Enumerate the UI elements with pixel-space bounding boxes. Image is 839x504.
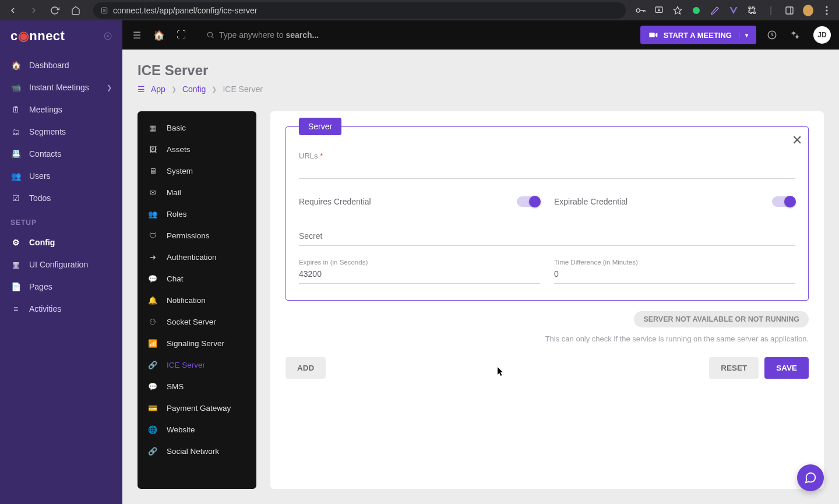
config-nav-label: Payment Gateway <box>167 404 231 413</box>
config-nav-signaling-server[interactable]: 📶Signaling Server <box>138 333 256 354</box>
browser-home[interactable] <box>68 2 84 19</box>
user-avatar[interactable]: JD <box>813 26 831 44</box>
browser-forward[interactable] <box>26 2 42 19</box>
browser-back[interactable] <box>5 2 21 19</box>
config-nav-chat[interactable]: 💬Chat <box>138 268 256 290</box>
sidebar-item-contacts[interactable]: 📇Contacts <box>0 143 122 165</box>
config-nav-authentication[interactable]: ➜Authentication <box>138 246 256 268</box>
config-nav-roles[interactable]: 👥Roles <box>138 203 256 225</box>
config-nav-payment-gateway[interactable]: 💳Payment Gateway <box>138 397 256 419</box>
svg-rect-13 <box>649 33 654 37</box>
config-nav-sms[interactable]: 💬SMS <box>138 376 256 397</box>
contacts-icon: 📇 <box>10 149 21 158</box>
expirable-credential-toggle[interactable] <box>772 196 795 207</box>
start-meeting-button[interactable]: START A MEETING ▾ <box>640 26 756 44</box>
config-nav-socket-server[interactable]: ⚇Socket Server <box>138 311 256 333</box>
close-button[interactable]: ✕ <box>792 133 802 148</box>
activities-icon: ≡ <box>10 304 21 313</box>
browser-reload[interactable] <box>47 2 63 19</box>
profile-avatar[interactable] <box>803 5 813 16</box>
install-icon[interactable] <box>654 5 664 16</box>
config-nav-label: ICE Server <box>167 361 205 369</box>
svg-rect-0 <box>101 8 107 13</box>
svg-point-8 <box>826 13 827 15</box>
chat-icon <box>804 471 817 484</box>
svg-point-16 <box>792 32 795 35</box>
browser-menu-icon[interactable] <box>822 5 832 16</box>
sidebar-item-ui-configuration[interactable]: ▦UI Configuration <box>0 253 122 276</box>
sidebar-label: Segments <box>29 127 66 136</box>
menu-toggle-icon[interactable]: ☰ <box>131 30 143 41</box>
system-icon: 🖥 <box>148 167 157 175</box>
sidebar-item-users[interactable]: 👥Users <box>0 165 122 187</box>
ext-pen-icon[interactable] <box>710 5 720 16</box>
breadcrumb-app[interactable]: App <box>151 84 165 94</box>
meeting-icon <box>648 30 658 40</box>
sidebar-item-instant-meetings[interactable]: 📹Instant Meetings❯ <box>0 76 122 98</box>
server-fieldset: Server ✕ URLs * Requires Credential Expi… <box>285 126 809 301</box>
config-panel: Server ✕ URLs * Requires Credential Expi… <box>270 111 824 489</box>
expires-input[interactable] <box>299 267 540 284</box>
fullscreen-icon[interactable]: ⛶ <box>175 30 188 40</box>
app-shell: c◉nnect 🏠Dashboard 📹Instant Meetings❯ 🗓M… <box>0 20 839 504</box>
config-nav-mail[interactable]: ✉Mail <box>138 182 256 203</box>
sidebar-item-dashboard[interactable]: 🏠Dashboard <box>0 54 122 76</box>
urls-input[interactable] <box>299 161 795 179</box>
url-bar[interactable]: connect.test/app/panel/config/ice-server <box>93 2 626 19</box>
settings-gears-icon[interactable] <box>790 30 803 40</box>
breadcrumb-toggle-icon[interactable]: ☰ <box>138 84 145 94</box>
clock-icon[interactable] <box>767 30 780 40</box>
add-button[interactable]: ADD <box>285 357 326 379</box>
sidebar-label: Dashboard <box>29 61 69 70</box>
breadcrumb-config[interactable]: Config <box>182 84 206 94</box>
sidepanel-icon[interactable] <box>784 5 795 16</box>
config-nav-assets[interactable]: 🖼Assets <box>138 139 256 160</box>
save-button[interactable]: SAVE <box>764 357 809 379</box>
site-info-icon <box>100 6 108 15</box>
page-header: ICE Server ☰ App ❯ Config ❯ ICE Server <box>122 50 839 101</box>
sidebar-item-todos[interactable]: ☑Todos <box>0 187 122 209</box>
config-nav-permissions[interactable]: 🛡Permissions <box>138 225 256 246</box>
bookmark-star-icon[interactable] <box>672 5 683 16</box>
config-nav-social-network[interactable]: 🔗Social Network <box>138 440 256 462</box>
urls-label: URLs * <box>299 151 323 160</box>
sidebar-label: Activities <box>29 304 61 313</box>
config-nav-ice-server[interactable]: 🔗ICE Server <box>138 354 256 376</box>
reset-button[interactable]: RESET <box>709 357 759 379</box>
secret-input[interactable] <box>299 228 795 246</box>
requires-credential-toggle[interactable] <box>517 196 540 207</box>
chat-fab[interactable] <box>797 464 824 491</box>
config-nav-label: Mail <box>167 188 181 197</box>
expires-field: Expires in (in Seconds) <box>299 259 540 284</box>
logo[interactable]: c◉nnect <box>10 29 65 44</box>
config-nav-notification[interactable]: 🔔Notification <box>138 290 256 311</box>
sidebar-collapse-icon[interactable] <box>104 32 112 40</box>
pages-icon: 📄 <box>10 282 21 291</box>
password-icon[interactable] <box>635 5 646 16</box>
config-nav-website[interactable]: 🌐Website <box>138 419 256 440</box>
sidebar-label: UI Configuration <box>29 260 88 269</box>
sidebar-item-activities[interactable]: ≡Activities <box>0 298 122 320</box>
svg-point-1 <box>636 9 640 12</box>
sidebar-label: Todos <box>29 193 51 203</box>
global-search[interactable]: Type anywhere to search... <box>206 30 631 40</box>
extensions-icon[interactable] <box>747 5 757 16</box>
ext-green-dot[interactable] <box>691 5 701 16</box>
sidebar-item-segments[interactable]: 🗂Segments <box>0 121 122 143</box>
ui-icon: ▦ <box>10 260 21 269</box>
button-row: ADD RESET SAVE <box>285 357 809 379</box>
topbar-home-icon[interactable]: 🏠 <box>153 30 165 41</box>
sidebar-item-config[interactable]: ⚙Config <box>0 231 122 253</box>
sidebar-label: Pages <box>29 282 52 291</box>
time-diff-label: Time Difference (in Minutes) <box>554 259 795 266</box>
time-diff-input[interactable] <box>554 267 795 284</box>
sidebar-item-pages[interactable]: 📄Pages <box>0 276 122 298</box>
main-area: ☰ 🏠 ⛶ Type anywhere to search... START A… <box>122 20 839 504</box>
topbar: ☰ 🏠 ⛶ Type anywhere to search... START A… <box>122 20 839 50</box>
calendar-icon: 🗓 <box>10 105 21 114</box>
sidebar-item-meetings[interactable]: 🗓Meetings <box>0 98 122 121</box>
ext-v-icon[interactable] <box>728 5 739 16</box>
fieldset-legend: Server <box>299 118 341 135</box>
config-nav-system[interactable]: 🖥System <box>138 160 256 182</box>
config-nav-basic[interactable]: ▦Basic <box>138 117 256 139</box>
